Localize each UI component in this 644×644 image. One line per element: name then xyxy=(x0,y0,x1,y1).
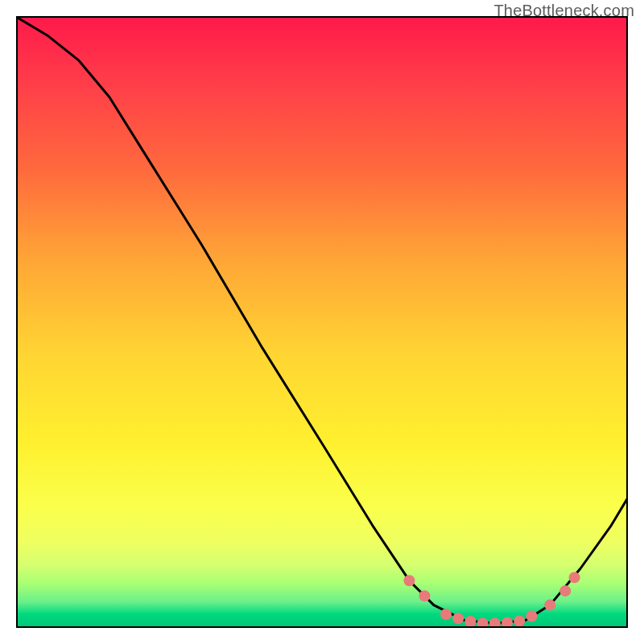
marker-dot xyxy=(502,617,513,628)
marker-dot xyxy=(526,610,537,621)
plot-area xyxy=(16,16,628,628)
chart-svg xyxy=(18,18,628,628)
marker-dot xyxy=(452,613,464,624)
marker-dot xyxy=(514,615,525,626)
marker-dot xyxy=(419,590,430,601)
marker-dot xyxy=(569,572,580,583)
marker-dot xyxy=(489,617,501,628)
marker-dot xyxy=(477,617,489,628)
marker-dot xyxy=(544,600,555,611)
marker-dot xyxy=(464,616,476,627)
marker-dot xyxy=(403,575,415,586)
marker-dot xyxy=(559,585,571,597)
marker-dot xyxy=(440,609,452,620)
chart-container: TheBottleneck.com xyxy=(0,0,644,644)
bottleneck-curve xyxy=(18,18,628,623)
